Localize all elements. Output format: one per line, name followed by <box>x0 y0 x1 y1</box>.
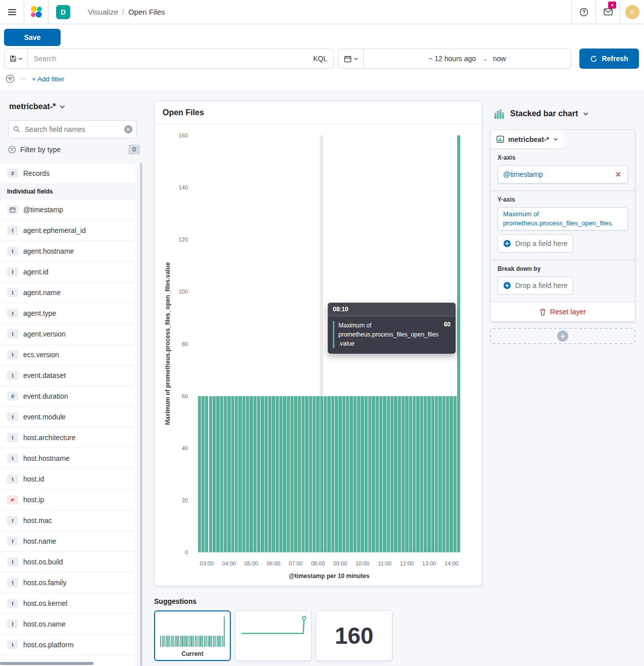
add-layer-button[interactable] <box>557 330 568 342</box>
chart-bar[interactable] <box>372 396 375 552</box>
chart-bar[interactable] <box>350 396 353 552</box>
chart-bar[interactable] <box>268 396 271 552</box>
search-input[interactable] <box>28 49 307 68</box>
chart-bar[interactable] <box>420 396 423 552</box>
chart-bar[interactable] <box>402 396 405 552</box>
y-axis-drop-target[interactable]: Drop a field here <box>498 234 573 253</box>
field-item[interactable]: thost.architecture <box>0 427 135 448</box>
chart-bar[interactable] <box>390 396 393 552</box>
help-button[interactable] <box>571 0 596 24</box>
chart-bar[interactable] <box>457 135 460 552</box>
chart-bar[interactable] <box>316 396 319 552</box>
index-pattern-switcher[interactable]: metricbeat-* <box>9 102 65 111</box>
chart-bar[interactable] <box>238 396 241 552</box>
chart-bar[interactable] <box>331 396 334 552</box>
field-item[interactable]: tagent.version <box>0 324 135 345</box>
chart-type-switcher[interactable]: Stacked bar chart <box>490 107 588 120</box>
chart-bar[interactable] <box>446 396 449 552</box>
reset-layer-button[interactable]: Reset layer <box>490 302 635 321</box>
field-item-records[interactable]: # Records <box>0 163 135 184</box>
chart-bar[interactable] <box>327 396 330 552</box>
chart-bar[interactable] <box>250 396 253 552</box>
horizontal-scrollbar[interactable] <box>0 662 93 665</box>
chart-bar[interactable] <box>442 396 445 552</box>
chart-bar[interactable] <box>450 396 453 552</box>
field-item[interactable]: thost.os.kernel <box>0 593 135 614</box>
breadcrumb-visualize[interactable]: Visualize <box>88 8 118 16</box>
field-item[interactable]: IPhost.ip <box>0 490 135 510</box>
chart-bar[interactable] <box>213 396 216 552</box>
field-item[interactable]: tevent.dataset <box>0 365 135 386</box>
chart-bar[interactable] <box>409 396 412 552</box>
chart-bar[interactable] <box>427 396 430 552</box>
remove-dimension-icon[interactable] <box>614 170 622 178</box>
user-menu-button[interactable]: e <box>620 0 644 24</box>
suggestion-line-chart[interactable] <box>235 610 312 661</box>
chart-bar[interactable] <box>205 396 208 552</box>
query-language-label[interactable]: KQL <box>307 55 333 63</box>
field-item[interactable]: @timestamp <box>0 200 135 220</box>
chart-bar[interactable] <box>287 396 290 552</box>
layer-index-pattern-button[interactable]: metricbeat-* <box>490 130 564 149</box>
chart-bar[interactable] <box>338 396 341 552</box>
space-selector[interactable]: D <box>48 0 78 24</box>
chart-bar[interactable] <box>224 396 227 552</box>
menu-button[interactable] <box>0 0 24 24</box>
chart-bar[interactable] <box>294 396 297 552</box>
chart-bar[interactable] <box>216 396 219 552</box>
chart-bar[interactable] <box>283 396 286 552</box>
chart-bar[interactable] <box>405 396 408 552</box>
chart-bar[interactable] <box>416 396 419 552</box>
chart-bar[interactable] <box>298 396 301 552</box>
field-item[interactable]: tagent.hostname <box>0 241 135 262</box>
field-item[interactable]: tevent.module <box>0 407 135 427</box>
chart-bar[interactable] <box>324 396 327 552</box>
chart-bar[interactable] <box>309 396 312 552</box>
field-item[interactable]: thost.id <box>0 469 135 490</box>
field-item[interactable]: thost.os.family <box>0 573 135 593</box>
chart-bar[interactable] <box>265 396 268 552</box>
chart-bar[interactable] <box>220 396 223 552</box>
field-item[interactable]: tagent.name <box>0 282 135 303</box>
chart-bar[interactable] <box>246 396 249 552</box>
field-item[interactable]: tagent.id <box>0 262 135 282</box>
chart-bar[interactable] <box>431 396 434 552</box>
chart-bar[interactable] <box>398 396 401 552</box>
chart-bar[interactable] <box>435 396 438 552</box>
date-quick-select-button[interactable] <box>338 49 364 68</box>
saved-query-button[interactable] <box>5 49 28 68</box>
chart-bar[interactable] <box>202 396 205 552</box>
time-to[interactable]: now <box>493 55 506 63</box>
field-item[interactable]: thost.os.build <box>0 552 135 573</box>
chart-bar[interactable] <box>342 396 345 552</box>
chart-bar[interactable] <box>357 396 360 552</box>
chart-bar[interactable] <box>302 396 305 552</box>
chart-bar[interactable] <box>383 396 386 552</box>
chart-bar[interactable] <box>354 396 357 552</box>
field-item[interactable]: tagent.type <box>0 303 135 324</box>
filter-by-type-button[interactable]: Filter by type 0 <box>8 145 140 155</box>
chart-bar[interactable] <box>209 396 212 552</box>
field-item[interactable]: #event.duration <box>0 386 135 407</box>
chart-bar[interactable] <box>365 396 368 552</box>
field-item[interactable]: tagent.ephemeral_id <box>0 220 135 241</box>
chart-bar[interactable] <box>361 396 364 552</box>
refresh-button[interactable]: Refresh <box>579 49 639 69</box>
x-dimension-pill[interactable]: @timestamp <box>498 165 628 183</box>
elastic-logo[interactable] <box>24 0 48 24</box>
chart-bar[interactable] <box>276 396 279 552</box>
chart-bar[interactable] <box>320 396 323 552</box>
chart-bar[interactable] <box>394 396 397 552</box>
field-item[interactable]: thost.os.platform <box>0 635 135 655</box>
chart-bar[interactable] <box>424 396 427 552</box>
chart-bar[interactable] <box>261 396 264 552</box>
save-button[interactable]: Save <box>4 29 61 46</box>
suggestion-metric[interactable]: 160 <box>316 610 392 661</box>
y-dimension-pill[interactable]: Maximum of prometheus.process_files_open… <box>498 207 628 230</box>
chart-bar[interactable] <box>242 396 245 552</box>
chart-bar[interactable] <box>254 396 257 552</box>
field-item[interactable]: thost.hostname <box>0 448 135 469</box>
clear-search-icon[interactable] <box>124 125 132 133</box>
chart-bar[interactable] <box>279 396 282 552</box>
chart-bar[interactable] <box>438 396 441 552</box>
